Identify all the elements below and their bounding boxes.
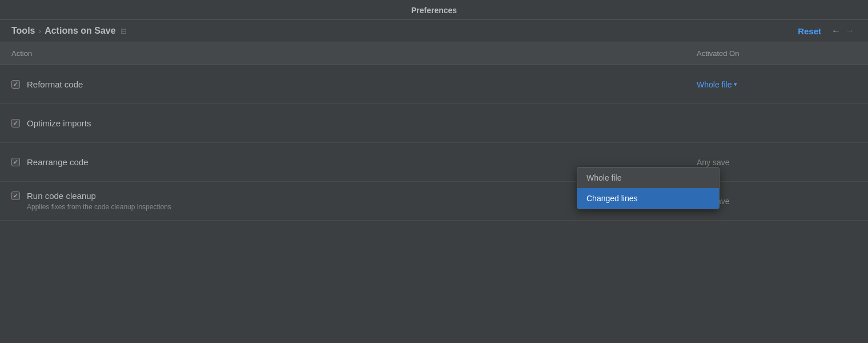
window-title: Preferences [411,6,457,15]
table-row: Optimize imports [0,104,868,143]
preferences-window: Preferences Tools › Actions on Save ⊟ Re… [0,0,868,343]
action-cell-reformat: Reformat code [0,79,685,89]
col-action-header: Action [0,46,685,61]
actions-table: Action Activated On Reformat code Whole … [0,42,868,343]
dropdown-option-changed-lines[interactable]: Changed lines [577,188,719,209]
chevron-down-icon: ▾ [734,81,737,88]
dropdown-value-reformat: Whole file [697,80,732,89]
checkbox-optimize-imports[interactable] [11,119,20,127]
label-reformat-code: Reformat code [27,79,83,89]
table-header: Action Activated On [0,42,868,65]
label-run-code-cleanup: Run code cleanup [27,191,96,201]
label-rearrange-code: Rearrange code [27,157,89,167]
activated-cell-rearrange: Any save [685,158,868,167]
action-cell-optimize: Optimize imports [0,118,685,128]
table-row: Run code cleanup Applies fixes from the … [0,182,868,221]
reset-button[interactable]: Reset [798,26,821,36]
sublabel-run-code-cleanup: Applies fixes from the code cleanup insp… [27,203,171,211]
dropdown-popup: Whole file Changed lines [577,167,720,209]
breadcrumb-bar: Tools › Actions on Save ⊟ Reset ← → [0,20,868,42]
label-optimize-imports: Optimize imports [27,118,91,128]
activated-value-rearrange: Any save [697,158,730,167]
checkbox-run-code-cleanup[interactable] [11,192,20,200]
breadcrumb-separator: › [38,26,41,35]
breadcrumb-current: Actions on Save [45,26,115,36]
action-cell-rearrange: Rearrange code [0,157,685,167]
dropdown-reformat-code[interactable]: Whole file ▾ [697,80,737,89]
back-button[interactable]: ← [829,26,843,36]
table-row: Reformat code Whole file ▾ [0,65,868,104]
title-bar: Preferences [0,0,868,20]
forward-button[interactable]: → [843,26,857,36]
checkbox-reformat-code[interactable] [11,80,20,89]
col-activated-header: Activated On [685,46,868,61]
breadcrumb-icon[interactable]: ⊟ [120,27,127,35]
breadcrumb-tools[interactable]: Tools [11,26,35,36]
table-row: Rearrange code Any save [0,143,868,182]
activated-cell-reformat: Whole file ▾ [685,80,868,89]
checkbox-rearrange-code[interactable] [11,158,20,166]
dropdown-option-whole-file[interactable]: Whole file [577,167,719,188]
